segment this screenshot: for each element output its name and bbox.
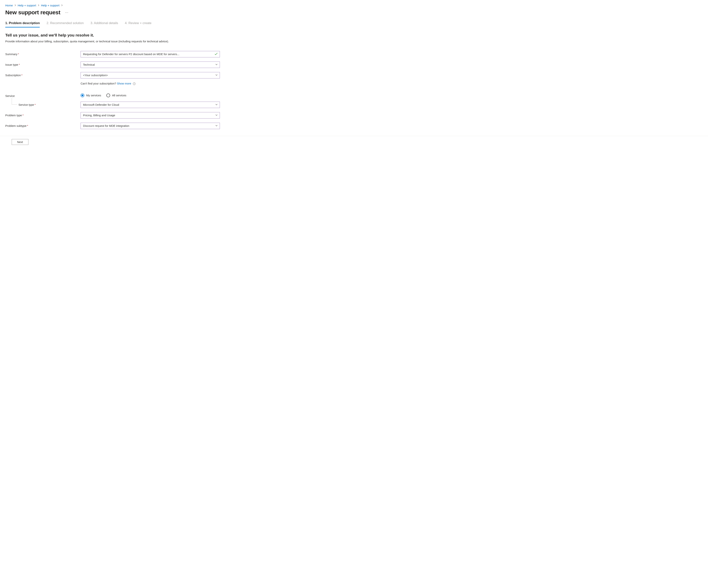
issue-type-select[interactable]: Technical [81, 62, 220, 68]
subscription-select[interactable]: <Your subscription> [81, 72, 220, 79]
section-heading: Tell us your issue, and we'll help you r… [5, 33, 703, 37]
summary-label: Summary* [5, 51, 81, 56]
service-label: Service [5, 93, 81, 97]
tree-connector-icon [12, 98, 17, 104]
page-title: New support request [5, 9, 60, 16]
subscription-label: Subscription* [5, 72, 81, 77]
form-row-service: Service My services All services [5, 93, 703, 97]
form-row-subscription: Subscription* <Your subscription> [5, 72, 703, 79]
more-actions-button[interactable]: ⋯ [64, 9, 70, 15]
issue-type-label: Issue type* [5, 62, 81, 66]
radio-my-services[interactable]: My services [81, 94, 101, 97]
service-type-label: Service type* [5, 102, 81, 106]
breadcrumb: Home Help + support Help + support [5, 4, 703, 7]
problem-subtype-label: Problem subtype* [5, 123, 81, 127]
svg-point-2 [134, 83, 135, 83]
problem-subtype-select[interactable]: Discount request for MDE integration [81, 123, 220, 129]
chevron-down-icon [215, 114, 218, 117]
service-type-select[interactable]: Microsoft Defender for Cloud [81, 102, 220, 108]
form-row-subscription-help: Can't find your subscription? Show more [5, 83, 703, 89]
wizard-tabs: 1. Problem description 2. Recommended so… [5, 20, 703, 28]
form-row-problem-type: Problem type* Pricing, Billing and Usage [5, 112, 703, 119]
chevron-down-icon [215, 103, 218, 106]
breadcrumb-link-home[interactable]: Home [5, 4, 13, 7]
subscription-help-text: Can't find your subscription? Show more [81, 82, 220, 85]
page-title-row: New support request ⋯ [5, 9, 703, 16]
radio-icon [81, 94, 84, 97]
tab-additional-details[interactable]: 3. Additional details [91, 20, 118, 28]
wizard-footer: Next [0, 136, 708, 148]
next-button[interactable]: Next [12, 139, 28, 145]
form-row-service-type: Service type* Microsoft Defender for Clo… [5, 102, 703, 108]
check-icon [214, 52, 218, 56]
tab-review-create[interactable]: 4. Review + create [125, 20, 151, 28]
chevron-down-icon [215, 63, 218, 66]
radio-all-services[interactable]: All services [106, 94, 126, 97]
radio-icon [106, 94, 110, 97]
tab-recommended-solution[interactable]: 2. Recommended solution [47, 20, 84, 28]
problem-type-select[interactable]: Pricing, Billing and Usage [81, 112, 220, 119]
form-row-problem-subtype: Problem subtype* Discount request for MD… [5, 123, 703, 129]
chevron-down-icon [215, 124, 218, 127]
section-description: Provide information about your billing, … [5, 39, 212, 43]
breadcrumb-link-help-2[interactable]: Help + support [41, 4, 59, 7]
form-row-issue-type: Issue type* Technical [5, 62, 703, 68]
info-icon[interactable] [133, 82, 136, 85]
service-radio-group: My services All services [81, 93, 220, 97]
breadcrumb-link-help-1[interactable]: Help + support [18, 4, 36, 7]
chevron-right-icon [61, 4, 63, 7]
form-row-summary: Summary* Requesting for Defender for ser… [5, 51, 703, 57]
summary-input[interactable]: Requesting for Defender for servers P2 d… [81, 51, 220, 57]
show-more-link[interactable]: Show more [117, 82, 131, 85]
chevron-right-icon [38, 4, 39, 7]
chevron-right-icon [14, 4, 16, 7]
problem-type-label: Problem type* [5, 112, 81, 117]
chevron-down-icon [215, 73, 218, 77]
tab-problem-description[interactable]: 1. Problem description [5, 20, 40, 28]
